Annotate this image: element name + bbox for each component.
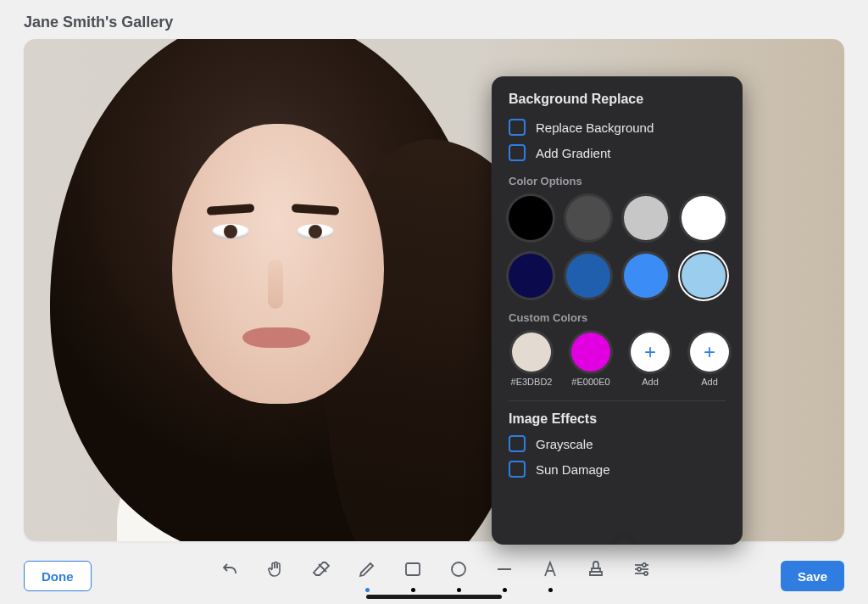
custom-colors-grid: #E3DBD2#E000E0+Add+Add [509, 333, 726, 387]
save-button[interactable]: Save [781, 561, 844, 591]
color-swatch[interactable] [624, 254, 668, 298]
grayscale-checkbox[interactable]: Grayscale [509, 435, 726, 452]
checkbox-label: Replace Background [536, 120, 654, 135]
tool-strip [92, 559, 781, 593]
text-tool[interactable] [537, 559, 563, 593]
indicator-dot [503, 588, 507, 592]
circle-tool[interactable] [446, 559, 471, 593]
custom-color-label: Add [642, 377, 659, 387]
adjustments-icon [632, 559, 652, 583]
indicator-dot [365, 588, 370, 592]
custom-color-label: #E000E0 [571, 377, 609, 387]
text-icon [540, 559, 560, 583]
color-swatch[interactable] [682, 254, 726, 298]
pencil-icon [357, 559, 377, 583]
sun-damage-checkbox[interactable]: Sun Damage [509, 461, 726, 478]
home-indicator [366, 595, 502, 599]
color-swatch[interactable] [509, 196, 553, 240]
adjustments-tool[interactable] [629, 559, 654, 593]
checkbox-label: Sun Damage [536, 462, 610, 477]
color-swatch[interactable] [566, 254, 610, 298]
pencil-tool[interactable] [354, 559, 380, 593]
rectangle-tool[interactable] [400, 559, 426, 593]
stamp-tool[interactable] [583, 559, 609, 593]
checkbox-label: Add Gradient [536, 146, 610, 160]
pan-icon [265, 559, 286, 583]
plus-icon: + [690, 333, 729, 372]
undo-tool[interactable] [217, 559, 242, 593]
add-custom-color[interactable]: +Add [627, 333, 673, 387]
indicator-dot [411, 588, 415, 592]
svg-rect-0 [406, 563, 420, 575]
color-options-grid [509, 196, 726, 298]
color-swatch[interactable] [624, 196, 668, 240]
line-icon [494, 559, 515, 583]
color-swatch[interactable] [509, 254, 553, 298]
stamp-icon [586, 559, 606, 583]
color-options-label: Color Options [509, 175, 726, 187]
custom-color-item[interactable]: #E000E0 [568, 333, 614, 387]
plus-icon: + [631, 333, 670, 372]
color-swatch[interactable] [682, 196, 726, 240]
svg-point-8 [644, 572, 648, 575]
circle-icon [448, 559, 469, 583]
custom-color-label: #E3DBD2 [511, 377, 553, 387]
rectangle-icon [403, 559, 423, 583]
svg-point-4 [643, 563, 646, 567]
divider [509, 400, 726, 401]
line-tool[interactable] [492, 559, 517, 593]
checkbox-label: Grayscale [536, 437, 593, 451]
undo-icon [220, 559, 240, 583]
replace-background-checkbox[interactable]: Replace Background [509, 119, 726, 136]
checkbox-icon [509, 119, 526, 136]
svg-point-1 [452, 562, 465, 576]
background-replace-popover: Background Replace Replace Background Ad… [492, 76, 743, 545]
app-root: Jane Smith's Gallery Background Replace … [0, 0, 868, 604]
page-title: Jane Smith's Gallery [24, 14, 173, 31]
add-custom-color[interactable]: +Add [687, 333, 732, 387]
indicator-dot [548, 588, 553, 592]
add-gradient-checkbox[interactable]: Add Gradient [509, 144, 726, 161]
custom-color-label: Add [701, 377, 718, 387]
eraser-icon [311, 559, 331, 583]
image-effects-title: Image Effects [509, 411, 726, 427]
svg-point-6 [637, 568, 641, 571]
done-button[interactable]: Done [24, 561, 92, 591]
popover-title: Background Replace [509, 92, 726, 107]
color-swatch [512, 333, 551, 372]
eraser-tool[interactable] [309, 559, 334, 593]
color-swatch[interactable] [566, 196, 610, 240]
checkbox-icon [509, 435, 526, 452]
checkbox-icon [509, 144, 526, 161]
custom-colors-label: Custom Colors [509, 311, 726, 324]
custom-color-item[interactable]: #E3DBD2 [509, 333, 554, 387]
color-swatch [571, 333, 610, 372]
pan-tool[interactable] [263, 559, 288, 593]
indicator-dot [457, 588, 461, 592]
checkbox-icon [509, 461, 526, 478]
